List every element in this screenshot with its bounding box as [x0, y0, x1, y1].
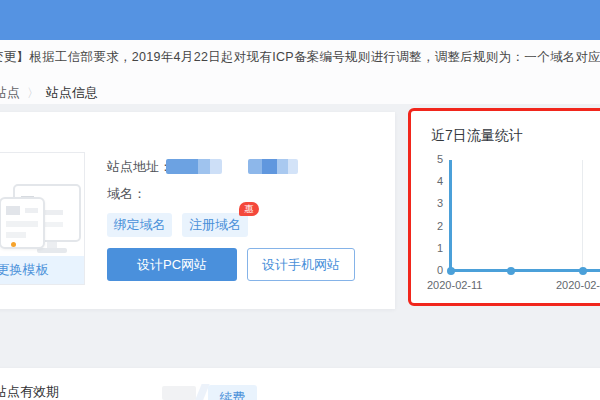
data-point [507, 267, 515, 275]
traffic-stats-card: 近7日流量统计 0123452020-02-112020-02-0 [408, 108, 600, 306]
icp-notice-text: 变更】根据工信部要求，2019年4月22日起对现有ICP备案编号规则进行调整，调… [0, 49, 600, 66]
y-axis-line [449, 160, 452, 271]
promo-badge: 惠 [239, 202, 259, 216]
breadcrumb-item-sites[interactable]: 站点 [0, 85, 20, 100]
data-point [579, 267, 587, 275]
y-axis-tick: 5 [411, 153, 443, 165]
phone-content-block [6, 232, 26, 238]
traffic-chart: 0123452020-02-112020-02-0 [411, 111, 600, 303]
vertical-gridline [582, 160, 583, 270]
y-axis-tick: 3 [411, 197, 443, 209]
phone-content-block [6, 221, 38, 227]
phone-content-block [6, 206, 20, 215]
template-preview-panel: 更换模板 [0, 152, 85, 285]
y-axis-tick: 1 [411, 242, 443, 254]
site-address-label: 站点地址： [107, 158, 172, 176]
validity-label: 站点有效期 [0, 383, 59, 400]
domain-label: 域名： [107, 185, 146, 203]
y-axis-tick: 0 [411, 264, 443, 276]
notification-dot-icon [11, 242, 16, 247]
bind-domain-button[interactable]: 绑定域名 [107, 213, 172, 237]
breadcrumb-chevron-icon: 〉 [27, 86, 39, 100]
register-domain-button[interactable]: 注册域名 [182, 213, 248, 237]
x-axis-line [449, 269, 600, 272]
phone-icon [0, 197, 45, 249]
x-axis-tick: 2020-02-0 [556, 279, 600, 291]
monitor-base [37, 248, 67, 253]
phone-content-block [25, 208, 38, 213]
page-header: 变更】根据工信部要求，2019年4月22日起对现有ICP备案编号规则进行调整，调… [0, 40, 600, 104]
site-address-redacted-2 [248, 159, 298, 174]
top-banner [0, 0, 600, 40]
site-address-redacted-1 [166, 159, 222, 174]
design-mobile-site-button[interactable]: 设计手机网站 [247, 248, 355, 281]
y-axis-tick: 4 [411, 175, 443, 187]
validity-date-redacted [162, 386, 196, 400]
breadcrumb-item-site-info: 站点信息 [46, 85, 98, 100]
site-validity-card: 站点有效期 续费 [0, 368, 600, 400]
data-point [447, 267, 455, 275]
x-axis-tick: 2020-02-11 [427, 279, 482, 291]
change-template-button[interactable]: 更换模板 [0, 256, 84, 284]
breadcrumb: 站点〉站点信息 [0, 84, 98, 102]
y-axis-tick: 2 [411, 220, 443, 232]
design-pc-site-button[interactable]: 设计PC网站 [107, 248, 237, 281]
renew-button[interactable]: 续费 [208, 385, 257, 400]
admin-page: 变更】根据工信部要求，2019年4月22日起对现有ICP备案编号规则进行调整，调… [0, 0, 600, 400]
site-info-card: 更换模板 站点地址： 域名： 绑定域名 注册域名 惠 设计PC网站 设计手机网站 [0, 112, 395, 309]
